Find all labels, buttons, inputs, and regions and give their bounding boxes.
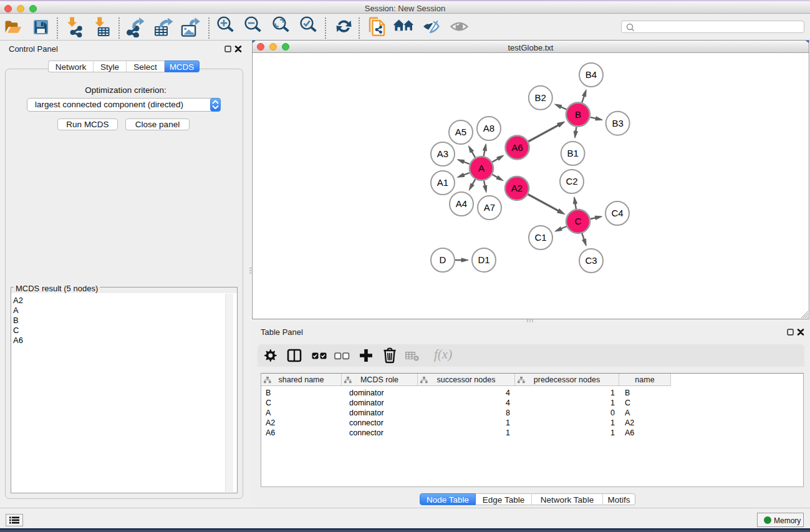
svg-text:B: B <box>575 109 581 120</box>
svg-text:B4: B4 <box>586 69 597 80</box>
svg-text:C2: C2 <box>566 176 577 186</box>
svg-text:A: A <box>478 163 485 173</box>
svg-text:A8: A8 <box>483 123 494 133</box>
svg-text:B1: B1 <box>567 148 578 158</box>
svg-text:D1: D1 <box>478 254 489 265</box>
svg-text:A2: A2 <box>511 183 523 193</box>
svg-text:C3: C3 <box>585 255 597 266</box>
svg-text:A3: A3 <box>437 148 448 159</box>
svg-text:D: D <box>440 254 446 265</box>
svg-text:A5: A5 <box>455 127 466 137</box>
svg-text:A6: A6 <box>511 142 523 153</box>
svg-text:C4: C4 <box>611 208 623 218</box>
svg-text:C: C <box>575 216 582 226</box>
svg-text:B3: B3 <box>612 118 623 128</box>
svg-text:C1: C1 <box>534 232 546 243</box>
svg-text:A1: A1 <box>437 177 448 188</box>
svg-text:A4: A4 <box>456 198 467 209</box>
svg-text:A7: A7 <box>484 202 495 213</box>
svg-text:B2: B2 <box>535 92 546 103</box>
